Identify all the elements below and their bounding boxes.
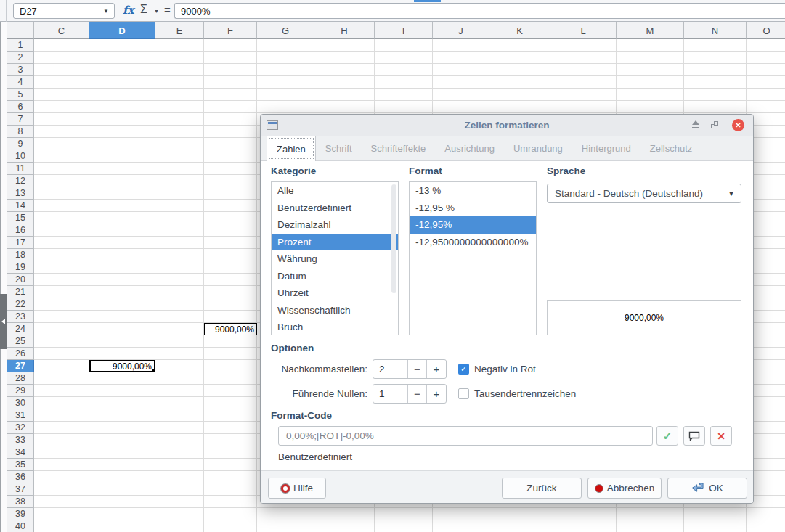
row-header-27[interactable]: 27 [7,360,34,372]
cell-D10[interactable] [89,150,155,163]
row-header-40[interactable]: 40 [7,520,34,532]
cell-C19[interactable] [34,261,89,274]
restore-button[interactable] [711,121,718,128]
row-header-15[interactable]: 15 [7,212,34,224]
cell-G2[interactable] [257,52,314,64]
cell-E13[interactable] [155,187,204,200]
decimal-places-value[interactable]: 2 [373,360,408,378]
cell-L3[interactable] [550,64,617,76]
row-header-29[interactable]: 29 [7,385,34,397]
cell-F33[interactable] [204,434,257,446]
cell-H2[interactable] [314,52,375,64]
cell-J39[interactable] [433,508,489,520]
cell-C21[interactable] [34,286,89,298]
cell-J6[interactable] [433,101,489,113]
row-header-1[interactable]: 1 [7,39,34,52]
cell-C30[interactable] [34,397,89,409]
cell-F7[interactable] [204,113,257,126]
selected-cell-D27[interactable]: 9000,00% [89,360,155,372]
cell-K40[interactable] [489,520,550,532]
cell-M2[interactable] [617,52,684,64]
cell-D37[interactable] [89,483,155,496]
cell-D40[interactable] [89,520,155,532]
cell-F28[interactable] [204,372,257,385]
cell-N4[interactable] [684,76,747,89]
cell-E6[interactable] [155,101,204,113]
cell-I2[interactable] [375,52,433,64]
cell-N6[interactable] [684,101,747,113]
cell-G6[interactable] [257,101,314,113]
cancel-button[interactable]: Abbrechen [587,478,662,499]
column-header-L[interactable]: L [550,22,617,39]
column-header-N[interactable]: N [684,22,747,39]
dialog-titlebar[interactable]: Zellen formatieren ✕ [261,115,753,136]
row-header-30[interactable]: 30 [7,397,34,409]
cell-C15[interactable] [34,212,89,224]
cell-C18[interactable] [34,249,89,261]
cell-D31[interactable] [89,409,155,422]
cell-F39[interactable] [204,508,257,520]
cell-E15[interactable] [155,212,204,224]
cell-D8[interactable] [89,126,155,138]
cell-D21[interactable] [89,286,155,298]
row-header-11[interactable]: 11 [7,163,34,175]
cell-C36[interactable] [34,471,89,483]
row-header-36[interactable]: 36 [7,471,34,483]
cell-J3[interactable] [433,64,489,76]
cell-E26[interactable] [155,348,204,360]
tab-zellschutz[interactable]: Zellschutz [640,136,702,160]
tab-umrandung[interactable]: Umrandung [504,136,572,160]
cell-E5[interactable] [155,89,204,101]
cell-F17[interactable] [204,237,257,249]
row-header-9[interactable]: 9 [7,138,34,150]
cell-L40[interactable] [550,520,617,532]
cell-F21[interactable] [204,286,257,298]
cell-I39[interactable] [375,508,433,520]
row-header-3[interactable]: 3 [7,64,34,76]
cell-C32[interactable] [34,422,89,434]
cell-E10[interactable] [155,150,204,163]
cell-O6[interactable] [747,101,785,113]
cell-F26[interactable] [204,348,257,360]
cell-F30[interactable] [204,397,257,409]
list-item[interactable]: -12,95% [410,216,536,234]
cell-C25[interactable] [34,335,89,348]
row-header-19[interactable]: 19 [7,261,34,274]
cell-F13[interactable] [204,187,257,200]
cell-F20[interactable] [204,274,257,286]
format-listbox[interactable]: -13 %-12,95 %-12,95%-12,9500000000000000… [409,181,537,335]
row-header-31[interactable]: 31 [7,409,34,422]
cell-O2[interactable] [747,52,785,64]
cell-D30[interactable] [89,397,155,409]
thousands-separator-checkline[interactable]: Tausendertrennzeichen [458,388,576,399]
cell-F9[interactable] [204,138,257,150]
cell-L6[interactable] [550,101,617,113]
tab-zahlen[interactable]: Zahlen [267,136,316,161]
cell-E38[interactable] [155,496,204,508]
row-header-28[interactable]: 28 [7,372,34,385]
cell-D29[interactable] [89,385,155,397]
row-header-12[interactable]: 12 [7,175,34,187]
cell-F12[interactable] [204,175,257,187]
cell-N5[interactable] [684,89,747,101]
cell-E35[interactable] [155,459,204,471]
cell-F37[interactable] [204,483,257,496]
cell-E12[interactable] [155,175,204,187]
cell-E34[interactable] [155,446,204,459]
cell-F15[interactable] [204,212,257,224]
cell-C11[interactable] [34,163,89,175]
cell-C9[interactable] [34,138,89,150]
equals-icon[interactable]: = [164,4,171,16]
cell-D18[interactable] [89,249,155,261]
column-header-O[interactable]: O [747,22,785,39]
cell-E33[interactable] [155,434,204,446]
cell-D11[interactable] [89,163,155,175]
cell-N1[interactable] [684,39,747,52]
cell-M4[interactable] [617,76,684,89]
list-item[interactable]: Prozent [272,234,398,251]
fill-handle[interactable] [152,369,156,373]
cell-L2[interactable] [550,52,617,64]
cell-D5[interactable] [89,89,155,101]
cell-D12[interactable] [89,175,155,187]
language-select[interactable]: Standard - Deutsch (Deutschland) ▼ [547,184,741,203]
